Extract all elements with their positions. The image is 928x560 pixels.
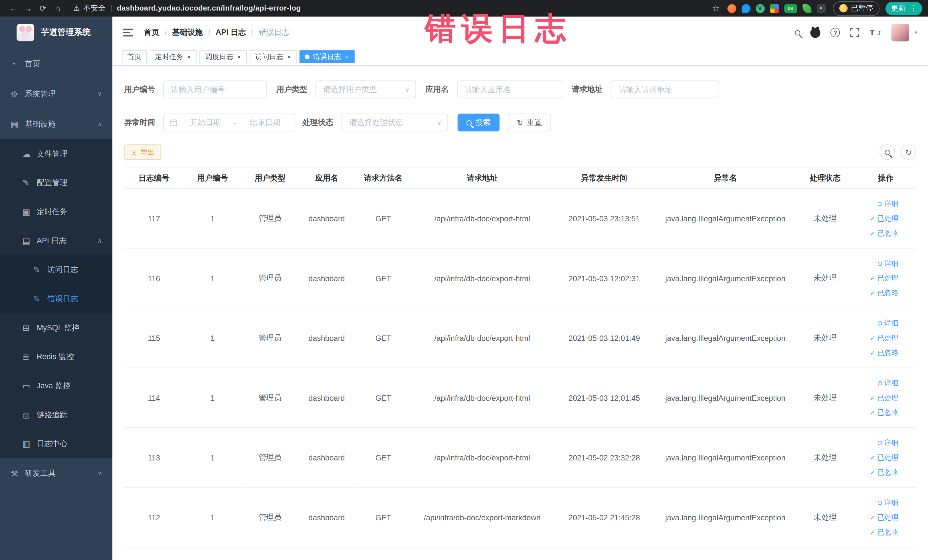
tab-access-log[interactable]: 访问日志 × — [250, 50, 297, 63]
detail-link[interactable]: ⊙详细 — [877, 497, 898, 508]
extension-on-icon[interactable]: on — [784, 4, 797, 12]
mark-ignored-link[interactable]: ✓已忽略 — [870, 288, 899, 298]
export-button[interactable]: 导出 — [124, 144, 161, 160]
filter-user-type: 用户类型 请选择用户类型 ∨ — [276, 81, 416, 98]
sidebar-item-trace[interactable]: ◎ 链路追踪 — [0, 400, 112, 429]
sidebar-item-log-center[interactable]: ▥ 日志中心 — [0, 429, 112, 458]
filter-label: 应用名 — [426, 84, 449, 95]
breadcrumb-item[interactable]: 基础设施 — [172, 27, 203, 38]
sidebar-item-file-management[interactable]: ☁ 文件管理 — [0, 139, 112, 168]
back-icon[interactable]: ← — [6, 3, 21, 13]
paused-pill[interactable]: 已暂停 — [832, 1, 879, 16]
search-icon — [466, 120, 472, 125]
sidebar-item-mysql-monitor[interactable]: ⊞ MySQL 监控 — [0, 313, 112, 342]
sidebar-item-java-monitor[interactable]: ▭ Java 监控 — [0, 371, 112, 400]
vue-devtools-icon[interactable]: V — [756, 4, 764, 12]
mark-ignored-link[interactable]: ✓已忽略 — [870, 348, 899, 358]
app-logo[interactable]: 芋道管理系统 — [0, 17, 112, 49]
reload-icon[interactable]: ⟳ — [35, 3, 50, 13]
extensions-pin-icon[interactable]: ✦ — [817, 4, 825, 12]
fullscreen-icon[interactable] — [850, 28, 859, 37]
close-icon[interactable]: × — [237, 53, 242, 61]
sidebar-item-label: 访问日志 — [47, 264, 78, 275]
extension-icon[interactable] — [770, 4, 778, 12]
chevron-up-icon: ∧ — [98, 237, 102, 244]
site-security[interactable]: ⚠ 不安全 — [73, 3, 105, 13]
user-avatar[interactable] — [892, 24, 910, 41]
detail-link[interactable]: ⊙详细 — [877, 318, 898, 328]
mark-processed-link[interactable]: ✓已处理 — [870, 452, 899, 462]
browser-actions: ☆ V on ✦ 已暂停 更新 ⋮ — [712, 1, 922, 16]
refresh-table-button[interactable]: ↻ — [901, 144, 916, 160]
sidebar-item-scheduled-tasks[interactable]: ▣ 定时任务 — [0, 197, 112, 226]
sidebar-item-api-log[interactable]: ▤ API 日志 ∧ — [0, 226, 112, 255]
sidebar-item-system-management[interactable]: ⚙ 系统管理 ∨ — [0, 79, 112, 109]
app-title: 芋道管理系统 — [41, 27, 90, 38]
sidebar-item-access-log[interactable]: ✎ 访问日志 — [0, 255, 112, 284]
mark-ignored-link[interactable]: ✓已忽略 — [870, 467, 899, 477]
page-content: 用户编号 用户类型 请选择用户类型 ∨ 应用名 请求地址 — [112, 66, 928, 560]
tab-schedule-log[interactable]: 调度日志 × — [200, 50, 247, 63]
font-size-icon[interactable]: T⇵ — [870, 28, 882, 37]
update-button[interactable]: 更新 ⋮ — [885, 2, 922, 15]
filter-exception-time: 异常时间 开始日期 - 结束日期 — [124, 113, 296, 131]
sidebar-item-home[interactable]: ◔ 首页 — [0, 49, 112, 79]
sidebar-item-error-log[interactable]: ✎ 错误日志 — [0, 284, 112, 313]
close-icon[interactable]: × — [344, 53, 349, 61]
github-icon[interactable] — [810, 27, 820, 37]
close-icon[interactable]: × — [186, 53, 192, 61]
sidebar-item-dev-tools[interactable]: ⚒ 研发工具 ∨ — [0, 458, 112, 488]
tab-scheduled-tasks[interactable]: 定时任务 × — [150, 50, 197, 63]
extension-leaf-icon[interactable] — [802, 4, 811, 12]
mark-processed-link[interactable]: ✓已处理 — [870, 214, 899, 223]
kebab-menu-icon[interactable]: ⋮ — [910, 5, 917, 12]
column-header: 请求方法名 — [355, 168, 412, 189]
app-name-input[interactable] — [457, 81, 562, 98]
mark-ignored-link[interactable]: ✓已忽略 — [870, 527, 899, 537]
detail-link[interactable]: ⊙详细 — [877, 438, 898, 448]
sidebar-item-config-management[interactable]: ✎ 配置管理 — [0, 168, 112, 197]
help-icon[interactable]: ? — [831, 28, 840, 37]
date-range-picker[interactable]: 开始日期 - 结束日期 — [163, 113, 296, 131]
user-id-input[interactable] — [163, 81, 267, 98]
breadcrumb-item[interactable]: API 日志 — [216, 27, 246, 38]
mark-processed-link[interactable]: ✓已处理 — [870, 273, 899, 283]
log-icon: ▥ — [23, 439, 37, 448]
bookmark-star-icon[interactable]: ☆ — [712, 3, 719, 13]
sidebar-item-infrastructure[interactable]: ▦ 基础设施 ∧ — [0, 109, 112, 139]
check-icon: ✓ — [870, 275, 876, 282]
avatar-caret-icon[interactable]: ▾ — [915, 30, 917, 36]
breadcrumb-item[interactable]: 首页 — [144, 27, 159, 38]
close-icon[interactable]: × — [286, 53, 292, 61]
sidebar-item-redis-monitor[interactable]: ≣ Redis 监控 — [0, 342, 112, 371]
check-icon: ✓ — [870, 394, 876, 402]
address-bar[interactable]: dashboard.yudao.iocoder.cn/infra/log/api… — [117, 4, 301, 12]
tab-home[interactable]: 首页 — [122, 50, 147, 63]
extension-icon[interactable] — [727, 4, 736, 12]
detail-link[interactable]: ⊙详细 — [877, 258, 898, 269]
extension-icon[interactable] — [742, 4, 750, 12]
process-status-select[interactable]: 请选择处理状态 ∨ — [342, 113, 448, 131]
mark-processed-link[interactable]: ✓已处理 — [870, 333, 899, 343]
home-icon[interactable]: ⌂ — [50, 3, 65, 13]
search-button[interactable]: 搜索 — [458, 113, 499, 131]
detail-link[interactable]: ⊙详细 — [877, 198, 898, 209]
user-type-select[interactable]: 请选择用户类型 ∨ — [316, 81, 416, 98]
tab-error-log[interactable]: 错误日志 × — [299, 50, 354, 63]
mark-processed-link[interactable]: ✓已处理 — [870, 393, 899, 403]
eye-icon: ⊙ — [877, 319, 882, 327]
hamburger-icon[interactable] — [123, 29, 133, 37]
mark-ignored-link[interactable]: ✓已忽略 — [870, 228, 899, 238]
sidebar-item-label: 日志中心 — [37, 438, 68, 449]
detail-link[interactable]: ⊙详细 — [877, 378, 898, 388]
eye-icon: ⊙ — [877, 379, 882, 387]
toggle-search-button[interactable] — [879, 144, 895, 160]
forward-icon[interactable]: → — [21, 3, 36, 13]
search-icon[interactable] — [795, 30, 800, 35]
mark-ignored-link[interactable]: ✓已忽略 — [870, 407, 899, 417]
cell-status: 未处理 — [795, 248, 855, 308]
mark-processed-link[interactable]: ✓已处理 — [870, 512, 899, 522]
request-url-input[interactable] — [611, 81, 719, 98]
reset-button[interactable]: ↻ 重置 — [508, 113, 551, 131]
cell-user-type: 管理员 — [242, 428, 299, 488]
